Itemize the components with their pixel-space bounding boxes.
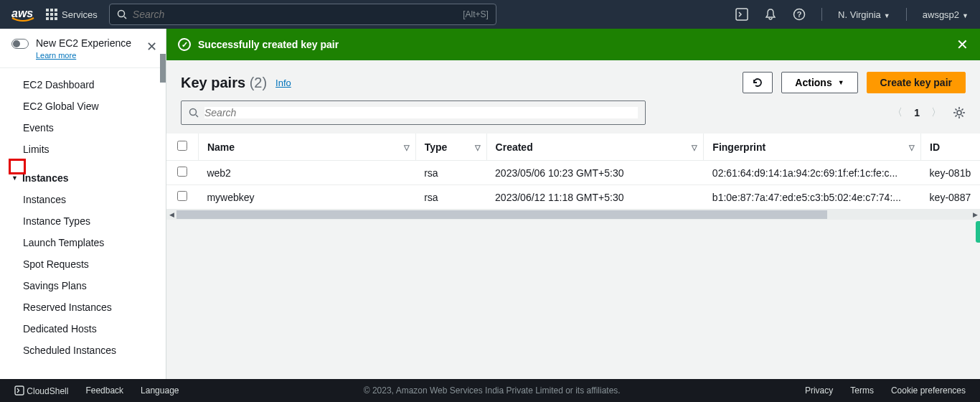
aws-logo[interactable]: aws	[11, 7, 34, 22]
top-navigation: aws Services [Alt+S] ? N. Virginia▼ awsg…	[0, 0, 980, 29]
col-header-name[interactable]: Name	[207, 141, 235, 153]
svg-line-15	[961, 109, 963, 111]
svg-point-5	[190, 109, 197, 116]
sidebar-item-events[interactable]: Events	[0, 117, 166, 139]
new-experience-toggle[interactable]	[11, 39, 29, 49]
create-key-pair-button[interactable]: Create key pair	[867, 72, 966, 93]
footer: CloudShell Feedback Language © 2023, Ama…	[0, 379, 980, 402]
cell-created: 2023/06/12 11:18 GMT+5:30	[486, 185, 704, 210]
cell-created: 2023/05/06 10:23 GMT+5:30	[486, 161, 704, 185]
sidebar-item-dedicated-hosts[interactable]: Dedicated Hosts	[0, 318, 166, 340]
actions-button[interactable]: Actions▼	[781, 72, 857, 93]
horizontal-scrollbar[interactable]: ◀ ▶	[166, 210, 980, 220]
grid-icon	[46, 9, 57, 20]
svg-line-13	[961, 115, 963, 116]
sidebar-item-launch-templates[interactable]: Launch Templates	[0, 232, 166, 253]
svg-line-1	[124, 17, 126, 19]
table-filter[interactable]	[181, 100, 646, 125]
account-menu[interactable]: awsgsp2▼	[923, 9, 969, 20]
notifications-icon[interactable]	[764, 8, 777, 21]
cell-fingerprint: 02:61:64:d9:14:1a:94:2c:69:1f:ef:1c:fe:c…	[704, 161, 921, 185]
cell-name: mywebkey	[198, 185, 415, 210]
next-page-icon[interactable]: 〉	[931, 106, 941, 119]
col-header-id[interactable]: ID	[930, 141, 940, 153]
table-row[interactable]: mywebkey rsa 2023/06/12 11:18 GMT+5:30 b…	[166, 185, 980, 210]
col-header-created[interactable]: Created	[496, 141, 533, 153]
sort-icon[interactable]: ▽	[475, 143, 481, 151]
close-icon[interactable]: ✕	[146, 39, 157, 55]
highlight-box	[9, 159, 26, 174]
row-checkbox[interactable]	[177, 191, 187, 201]
sidebar-item-dashboard[interactable]: EC2 Dashboard	[0, 74, 166, 95]
table-filter-input[interactable]	[204, 107, 638, 118]
search-shortcut-hint: [Alt+S]	[463, 9, 489, 19]
scrollbar-thumb[interactable]	[176, 210, 827, 219]
col-header-type[interactable]: Type	[425, 141, 448, 153]
cell-type: rsa	[415, 161, 486, 185]
sort-icon[interactable]: ▽	[404, 143, 410, 151]
svg-point-7	[957, 111, 961, 115]
sidebar-item-reserved-instances[interactable]: Reserved Instances	[0, 296, 166, 318]
sidebar-scrollbar-thumb[interactable]	[160, 54, 166, 83]
drawer-handle[interactable]	[976, 221, 980, 243]
refresh-icon	[752, 77, 763, 88]
services-menu[interactable]: Services	[46, 9, 98, 20]
banner-text: Successfully created key pair	[198, 39, 339, 50]
sidebar: New EC2 Experience Learn more ✕ EC2 Dash…	[0, 29, 166, 379]
info-link[interactable]: Info	[275, 78, 291, 88]
cell-fingerprint: b1:0e:87:7a:47:ed:e5:c3:b5:02:4e:c7:74:.…	[704, 185, 921, 210]
new-experience-toggle-row: New EC2 Experience Learn more ✕	[0, 29, 166, 68]
svg-text:?: ?	[797, 10, 802, 19]
sort-icon[interactable]: ▽	[692, 143, 697, 151]
page-title: Key pairs (2)	[181, 75, 267, 91]
pagination: 〈 1 〉	[892, 106, 966, 119]
global-search[interactable]: [Alt+S]	[109, 4, 496, 25]
svg-point-0	[118, 11, 124, 17]
copyright: © 2023, Amazon Web Services India Privat…	[364, 385, 621, 396]
table-row[interactable]: web2 rsa 2023/05/06 10:23 GMT+5:30 02:61…	[166, 161, 980, 185]
settings-icon[interactable]	[953, 106, 966, 119]
cloudshell-icon[interactable]	[735, 8, 748, 21]
sidebar-item-limits[interactable]: Limits	[0, 139, 166, 160]
terms-link[interactable]: Terms	[850, 385, 874, 396]
learn-more-link[interactable]: Learn more	[36, 51, 76, 60]
svg-line-12	[956, 109, 957, 111]
help-icon[interactable]: ?	[793, 8, 806, 21]
cookies-link[interactable]: Cookie preferences	[891, 385, 966, 396]
success-check-icon: ✓	[178, 38, 191, 51]
sidebar-item-scheduled-instances[interactable]: Scheduled Instances	[0, 340, 166, 361]
global-search-input[interactable]	[133, 9, 457, 20]
sidebar-item-instance-types[interactable]: Instance Types	[0, 210, 166, 232]
privacy-link[interactable]: Privacy	[805, 385, 833, 396]
feedback-link[interactable]: Feedback	[85, 385, 123, 396]
sidebar-item-instances[interactable]: Instances	[0, 189, 166, 210]
col-header-fingerprint[interactable]: Fingerprint	[712, 141, 765, 153]
refresh-button[interactable]	[743, 72, 773, 93]
sort-icon[interactable]: ▽	[909, 143, 915, 151]
prev-page-icon[interactable]: 〈	[892, 106, 903, 119]
cloudshell-link[interactable]: CloudShell	[14, 385, 68, 396]
region-selector[interactable]: N. Virginia▼	[838, 9, 890, 20]
cell-id: key-0887	[921, 185, 980, 210]
banner-close-icon[interactable]: ✕	[956, 36, 969, 53]
success-banner: ✓ Successfully created key pair ✕	[166, 29, 980, 60]
services-label: Services	[62, 9, 98, 20]
sidebar-item-global-view[interactable]: EC2 Global View	[0, 95, 166, 117]
cell-type: rsa	[415, 185, 486, 210]
new-experience-label: New EC2 Experience	[36, 37, 131, 49]
page-number: 1	[914, 107, 920, 118]
key-pairs-table: Name▽ Type▽ Created▽ Fingerprint▽ ID web…	[166, 134, 980, 210]
search-icon	[117, 9, 127, 19]
row-checkbox[interactable]	[177, 167, 187, 177]
sidebar-item-savings-plans[interactable]: Savings Plans	[0, 275, 166, 296]
sidebar-item-spot-requests[interactable]: Spot Requests	[0, 253, 166, 275]
cell-name: web2	[198, 161, 415, 185]
cell-id: key-081b	[921, 161, 980, 185]
select-all-checkbox[interactable]	[177, 141, 187, 151]
search-icon	[189, 108, 199, 118]
svg-line-14	[956, 115, 957, 116]
svg-line-6	[196, 115, 198, 117]
language-link[interactable]: Language	[141, 385, 179, 396]
cloudshell-icon	[14, 385, 24, 396]
